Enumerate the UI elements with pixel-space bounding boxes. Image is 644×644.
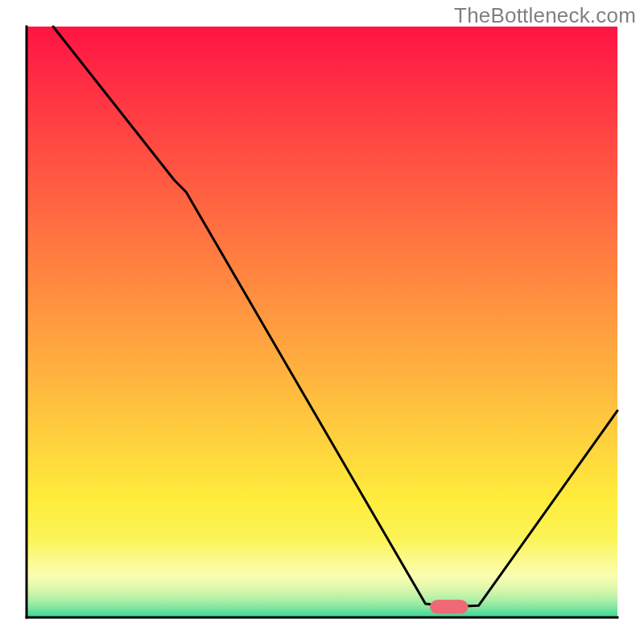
bottleneck-chart: TheBottleneck.com [0, 0, 644, 644]
chart-svg [0, 0, 644, 644]
plot-background [27, 27, 617, 617]
watermark-text: TheBottleneck.com [454, 3, 636, 28]
optimal-marker [430, 600, 469, 614]
